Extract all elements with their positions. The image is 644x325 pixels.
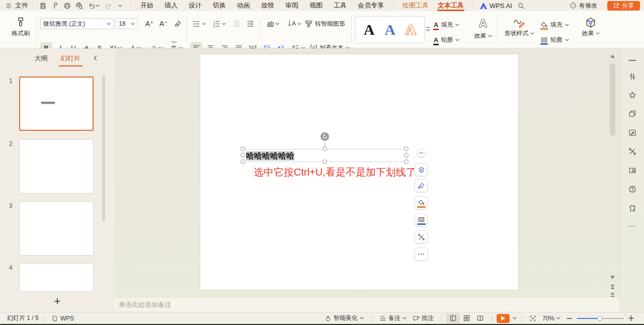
wps-ai-button[interactable]: WPS AI	[477, 2, 515, 10]
resize-handle-s[interactable]	[323, 159, 327, 164]
menu-slideshow[interactable]: 放映	[256, 0, 280, 11]
increase-font-button[interactable]: A⁺	[143, 18, 156, 29]
fill-color-button[interactable]	[415, 196, 428, 209]
search-button[interactable]	[515, 1, 527, 10]
slide-thumbnail-2[interactable]	[19, 139, 94, 194]
slide-thumbnail-4[interactable]	[19, 263, 94, 291]
tab-drawing-tools[interactable]: 绘图工具	[398, 0, 433, 11]
file-menu[interactable]: 文件	[0, 1, 28, 10]
menu-home[interactable]: 开始	[135, 0, 159, 11]
text-effect-button[interactable]: A 效果	[473, 17, 493, 40]
scroll-up-icon[interactable]	[610, 54, 615, 58]
resource-pen-icon[interactable]	[628, 129, 636, 137]
menu-design[interactable]: 设计	[183, 0, 207, 11]
export-pdf-button[interactable]	[49, 1, 61, 10]
wps-skin-button[interactable]: WPS	[48, 313, 77, 323]
add-slide-button[interactable]: +	[0, 291, 115, 312]
save-button[interactable]	[37, 1, 49, 10]
menu-review[interactable]: 审阅	[280, 0, 304, 11]
view-normal-button[interactable]	[446, 313, 460, 323]
modified-status[interactable]: 有修改	[570, 2, 597, 10]
resize-handle-se[interactable]	[404, 159, 409, 164]
zoom-in-button[interactable]	[625, 313, 637, 323]
wordart-style-black[interactable]: A	[364, 22, 375, 37]
resize-handle-w[interactable]	[240, 153, 245, 157]
share-button[interactable]: 分享	[607, 1, 640, 11]
customize-quickbar-button[interactable]	[114, 1, 126, 10]
clear-format-button[interactable]	[171, 18, 184, 29]
shape-fill-button[interactable]: 填充	[540, 19, 576, 30]
decrease-indent-button[interactable]	[229, 18, 243, 29]
wordart-style-orange-outline[interactable]: A	[405, 22, 416, 37]
favorites-star-icon[interactable]	[628, 91, 636, 99]
previous-slide-icon[interactable]	[610, 284, 615, 289]
outline-color-button[interactable]	[415, 213, 428, 226]
zoom-slider-thumb[interactable]	[597, 316, 602, 321]
bullet-list-button[interactable]	[190, 18, 208, 29]
shape-style-button[interactable]: 形状样式	[501, 17, 537, 38]
wordart-more-button[interactable]	[426, 26, 430, 32]
play-slideshow-button[interactable]	[497, 314, 517, 323]
print-preview-button[interactable]	[73, 1, 85, 10]
format-painter-button[interactable]: 格式刷	[9, 15, 32, 38]
redo-button[interactable]	[102, 1, 114, 10]
shape-outline-button[interactable]: 轮廓	[540, 34, 576, 45]
collapse-panel-icon[interactable]	[94, 55, 97, 61]
zoom-level-button[interactable]: 70%	[539, 313, 564, 323]
wordart-style-blue[interactable]: A	[384, 22, 395, 37]
shape-effect-button[interactable]: 效果	[578, 17, 604, 38]
slide-thumbnail-3[interactable]	[19, 201, 94, 256]
scroll-down-icon[interactable]	[610, 276, 615, 279]
more-rail-icon[interactable]	[628, 225, 635, 227]
menu-animation[interactable]: 动画	[231, 0, 256, 11]
underline-style-button[interactable]: ab	[264, 18, 283, 29]
vertical-scrollbar-thumb[interactable]	[610, 63, 615, 136]
view-sorter-button[interactable]	[460, 313, 473, 323]
tab-slides[interactable]: 幻灯片	[59, 54, 83, 63]
print-button[interactable]	[61, 1, 73, 10]
menu-view[interactable]: 视图	[304, 0, 328, 11]
resize-handle-n[interactable]	[323, 146, 327, 151]
smart-tools-icon[interactable]	[628, 147, 636, 155]
notes-bar[interactable]: 单击此处添加备注	[115, 297, 620, 312]
object-properties-icon[interactable]	[628, 72, 636, 80]
resize-handle-e[interactable]	[404, 153, 409, 157]
style-brush-button[interactable]	[415, 179, 428, 192]
resize-handle-ne[interactable]	[404, 146, 409, 151]
convert-smartart-button[interactable]: 转智能图形	[305, 18, 353, 29]
help-icon[interactable]	[628, 185, 636, 193]
textbox-text[interactable]: 哈哈哈哈哈哈	[246, 151, 294, 160]
quick-tools-button[interactable]	[415, 230, 428, 243]
menu-membership[interactable]: 会员专享	[352, 0, 389, 11]
slide-thumbnail-1[interactable]: 哈哈哈哈哈哈	[19, 76, 94, 131]
zoom-slider[interactable]	[577, 313, 623, 323]
comments-button[interactable]: 批注	[410, 313, 437, 323]
more-options-button[interactable]	[415, 248, 428, 261]
resize-handle-sw[interactable]	[240, 159, 245, 164]
menu-insert[interactable]: 插入	[159, 0, 183, 11]
notes-button[interactable]: 备注	[376, 313, 410, 323]
font-size-select[interactable]: 18	[116, 18, 138, 29]
tab-outline[interactable]: 大纲	[33, 54, 50, 63]
switch-shapes-icon[interactable]	[628, 110, 636, 118]
skin-settings-icon[interactable]	[628, 204, 636, 212]
font-name-select[interactable]: 微软雅黑 (正文)	[40, 18, 114, 29]
find-reference-icon[interactable]	[628, 167, 636, 175]
collapse-rail-icon[interactable]	[628, 59, 636, 61]
panel-scrollbar[interactable]	[102, 75, 105, 221]
view-reading-button[interactable]	[473, 313, 487, 323]
zoom-out-button[interactable]	[564, 313, 575, 323]
collapse-float-toolbar-button[interactable]	[417, 148, 426, 157]
text-outline-button[interactable]: A 轮廓	[434, 34, 471, 45]
text-fill-button[interactable]: A 填充	[434, 19, 471, 30]
text-direction-button[interactable]: A	[285, 18, 304, 29]
increase-indent-button[interactable]	[244, 18, 257, 29]
menu-transition[interactable]: 切换	[207, 0, 231, 11]
decrease-font-button[interactable]: A⁻	[157, 18, 170, 29]
fit-window-button[interactable]	[526, 313, 539, 323]
resize-handle-nw[interactable]	[240, 146, 245, 151]
tab-text-tools[interactable]: 文本工具	[433, 0, 468, 11]
smart-beautify-button[interactable]: 智能美化	[321, 313, 367, 323]
menu-tools[interactable]: 工具	[328, 0, 352, 11]
rotation-handle[interactable]	[320, 132, 329, 141]
